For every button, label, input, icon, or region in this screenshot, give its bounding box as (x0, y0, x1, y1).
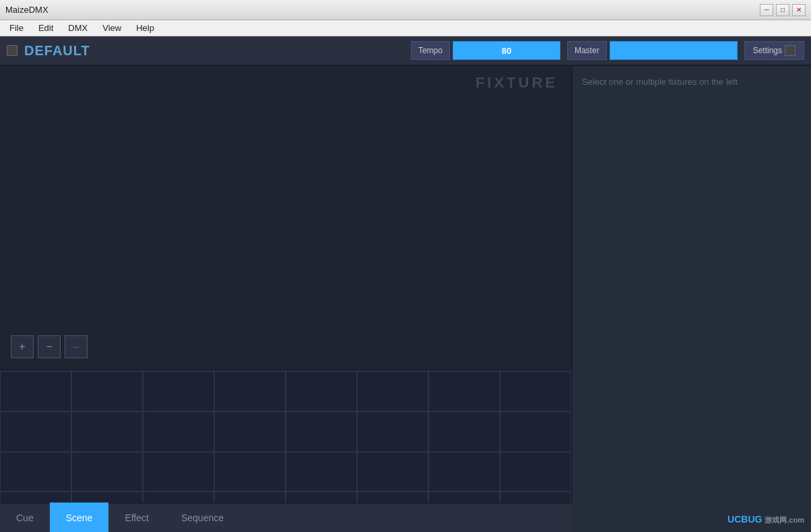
grid-cell[interactable] (0, 371, 71, 411)
tab-cue[interactable]: Cue (0, 502, 50, 532)
minimize-button[interactable]: ─ (760, 4, 773, 16)
tempo-slider[interactable]: 80 (453, 41, 560, 60)
grid-cell[interactable] (214, 411, 286, 452)
grid-cell[interactable] (0, 452, 71, 492)
menu-file[interactable]: File (3, 22, 30, 34)
grid-cell[interactable] (500, 411, 571, 452)
maximize-button[interactable]: □ (776, 4, 789, 16)
grid-cell[interactable] (0, 411, 71, 452)
more-fixture-button[interactable]: ··· (65, 335, 88, 358)
window-controls: ─ □ ✕ (760, 4, 806, 16)
grid-cell[interactable] (357, 411, 428, 452)
grid-cell[interactable] (71, 371, 143, 411)
close-button[interactable]: ✕ (792, 4, 806, 16)
settings-icon (785, 45, 796, 56)
tempo-bar: Tempo 80 (411, 41, 560, 60)
grid-cell[interactable] (500, 371, 571, 411)
tab-effect[interactable]: Effect (108, 502, 165, 532)
grid-cell[interactable] (428, 411, 500, 452)
watermark: UCBUG 游戏网.com (727, 514, 804, 525)
grid-cell[interactable] (428, 452, 500, 492)
right-panel: Select one or multiple fixtures on the l… (573, 66, 811, 532)
main-content: FIXTURE + − ··· (0, 66, 811, 532)
grid-cell[interactable] (357, 452, 428, 492)
watermark-brand: UCBUG (727, 514, 762, 525)
grid-cell[interactable] (428, 371, 500, 411)
settings-button[interactable]: Settings (744, 41, 804, 60)
header-bar: DEFAULT Tempo 80 Master Settings (0, 36, 811, 66)
menu-dmx[interactable]: DMX (61, 22, 94, 34)
master-label[interactable]: Master (567, 41, 607, 60)
add-fixture-button[interactable]: + (11, 335, 34, 358)
grid-cell[interactable] (71, 452, 143, 492)
grid-cell[interactable] (286, 452, 357, 492)
title-bar: MaizeDMX ─ □ ✕ (0, 0, 811, 20)
bottom-tabs: Cue Scene Effect Sequence (0, 502, 573, 532)
grid-cell[interactable] (500, 452, 571, 492)
grid-cell[interactable] (71, 411, 143, 452)
remove-fixture-button[interactable]: − (38, 335, 61, 358)
tab-sequence[interactable]: Sequence (165, 502, 240, 532)
watermark-suffix: 游戏网.com (765, 516, 804, 524)
grid-cell[interactable] (214, 452, 286, 492)
fixture-label: FIXTURE (476, 74, 558, 92)
master-bar: Master (567, 41, 738, 60)
grid-cell[interactable] (357, 371, 428, 411)
scene-name: DEFAULT (24, 43, 90, 59)
master-slider[interactable] (610, 41, 738, 60)
grid-cell[interactable] (143, 452, 214, 492)
fixture-controls: + − ··· (11, 335, 88, 358)
grid-cell[interactable] (214, 371, 286, 411)
menu-bar: File Edit DMX View Help (0, 20, 811, 36)
grid-cell[interactable] (286, 411, 357, 452)
grid-cell[interactable] (143, 411, 214, 452)
tab-scene[interactable]: Scene (50, 502, 109, 532)
grid-cell[interactable] (286, 371, 357, 411)
fixture-area: FIXTURE + − ··· (0, 66, 571, 370)
menu-help[interactable]: Help (129, 22, 161, 34)
tempo-label[interactable]: Tempo (411, 41, 450, 60)
menu-edit[interactable]: Edit (32, 22, 60, 34)
fixture-instructions: Select one or multiple fixtures on the l… (582, 75, 802, 90)
grid-cell[interactable] (143, 371, 214, 411)
menu-view[interactable]: View (96, 22, 128, 34)
app-title: MaizeDMX (5, 5, 48, 15)
left-panel: FIXTURE + − ··· (0, 66, 573, 532)
scene-indicator (7, 45, 18, 56)
